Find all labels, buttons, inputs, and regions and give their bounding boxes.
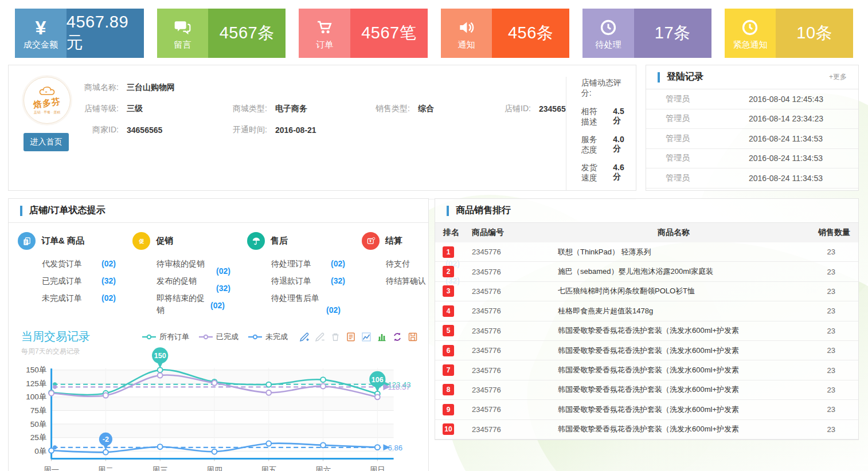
bar-chart-icon[interactable]	[377, 332, 387, 342]
rank-badge: 3	[443, 285, 454, 297]
product-name-link[interactable]: 施巴（sebamed）婴儿泡泡沐浴露200ml家庭装	[558, 266, 789, 277]
line-chart-icon[interactable]	[361, 332, 372, 342]
field-label: 商城类型:	[227, 104, 275, 114]
trash-icon[interactable]	[330, 332, 341, 342]
status-item[interactable]: 待处理售后单(02)	[271, 292, 362, 316]
stat-card-value: 17条	[655, 22, 691, 45]
rank-badge: 9	[443, 404, 454, 415]
svg-text:125单: 125单	[26, 379, 46, 388]
legend-item-all-orders[interactable]: 所有订单	[142, 332, 189, 342]
svg-text:周一: 周一	[44, 466, 59, 471]
svg-text:促: 促	[138, 238, 144, 244]
table-row: 52345776韩国爱敬挚爱香氛花香洗护套装（洗发水600ml+护发素23	[435, 321, 858, 341]
svg-text:周六: 周六	[315, 466, 331, 471]
status-group-promotions: 促 促销 待审核的促销(02) 发布的促销(32) 即将结束的促销(02)	[132, 232, 247, 321]
stat-card-pending[interactable]: 待处理 17条	[582, 9, 711, 58]
login-record-row: 管理员2016-08-24 11:34:53	[646, 149, 858, 169]
stat-card-notices[interactable]: 通知 456条	[441, 9, 570, 58]
field-label: 商城名称:	[79, 83, 127, 93]
settlement-icon: ¥	[362, 232, 380, 250]
svg-text:6.86: 6.86	[388, 443, 402, 452]
title-accent-bar	[658, 72, 660, 83]
rank-badge: 5	[443, 325, 454, 336]
svg-text:¥: ¥	[369, 239, 372, 243]
shop-type-value: 电子商务	[275, 104, 370, 114]
yen-icon: ¥	[35, 17, 46, 38]
edit-add-icon[interactable]	[299, 332, 310, 342]
sale-type-value: 综合	[418, 104, 501, 114]
status-item[interactable]: 待审核的促销(02)	[157, 258, 247, 270]
shop-logo-text: 焙多芬	[33, 96, 61, 111]
rating-title: 店铺动态评分:	[581, 78, 627, 99]
svg-text:-2: -2	[103, 435, 109, 443]
shop-fields: 商城名称: 三台山购物网 店铺等级: 三级 商城类型: 电子商务 销售类型: 综…	[71, 77, 566, 191]
product-name-link[interactable]: 韩国爱敬挚爱香氛花香洗护套装（洗发水600ml+护发素	[558, 325, 789, 336]
rating-label: 服务态度	[581, 135, 604, 155]
status-item[interactable]: 已完成订单(32)	[42, 275, 132, 287]
stat-card-orders[interactable]: 订单 4567笔	[299, 9, 428, 58]
table-row: 72345776韩国爱敬挚爱香氛花香洗护套装（洗发水600ml+护发素23	[435, 360, 858, 380]
enter-homepage-button[interactable]: 进入首页	[24, 133, 69, 151]
refresh-icon[interactable]	[392, 332, 402, 342]
stat-card-label: 留言	[174, 40, 191, 50]
table-row: 22345776施巴（sebamed）婴儿泡泡沐浴露200ml家庭装23	[435, 262, 858, 281]
stat-card-label: 通知	[458, 40, 475, 50]
rank-badge: 4	[443, 305, 454, 317]
stat-card-revenue[interactable]: ¥ 成交金额 4567.89元	[15, 9, 144, 58]
title-accent-bar	[20, 206, 22, 216]
stat-card-label: 成交金额	[24, 40, 58, 50]
field-label: 店铺等级:	[79, 104, 127, 114]
svg-text:150单: 150单	[26, 366, 46, 374]
stat-card-value: 456条	[508, 22, 553, 45]
stat-card-label: 待处理	[595, 40, 621, 50]
svg-text:周四: 周四	[206, 466, 222, 471]
svg-text:75单: 75单	[30, 406, 47, 415]
status-item[interactable]: 待处理订单(02)	[271, 258, 362, 270]
more-link[interactable]: +更多	[829, 72, 847, 82]
shop-level-value: 三级	[127, 104, 227, 114]
legend-item-completed[interactable]: 已完成	[198, 332, 238, 342]
status-item[interactable]: 未完成订单(02)	[42, 292, 132, 304]
alarm-clock-icon	[741, 17, 759, 38]
product-name-link[interactable]: 韩国爱敬挚爱香氛花香洗护套装（洗发水600ml+护发素	[558, 405, 789, 415]
rank-badge: 8	[443, 384, 454, 395]
status-item[interactable]: 发布的促销(32)	[157, 275, 247, 287]
edit-remove-icon[interactable]	[315, 332, 325, 342]
chart-toolbar	[299, 332, 418, 342]
chart-subtitle: 每周7天的交易记录	[21, 347, 142, 356]
product-name-link[interactable]: 桂格即食燕麦片超值装1478g	[558, 306, 789, 316]
status-group-aftersale: 售后 待处理订单(02) 待退款订单(32) 待处理售后单(02)	[247, 232, 362, 321]
rating-value: 4.5分	[613, 107, 627, 127]
product-name-link[interactable]: 韩国爱敬挚爱香氛花香洗护套装（洗发水600ml+护发素	[558, 384, 789, 395]
status-item[interactable]: 代发货订单(02)	[42, 258, 132, 270]
product-name-link[interactable]: 韩国爱敬挚爱香氛花香洗护套装（洗发水600ml+护发素	[558, 346, 789, 356]
product-name-link[interactable]: 韩国爱敬挚爱香氛花香洗护套装（洗发水600ml+护发素	[558, 424, 789, 434]
speaker-icon	[456, 17, 476, 38]
table-header: 排名 商品编号 商品名称 销售数量	[435, 223, 858, 242]
save-icon[interactable]	[408, 332, 418, 342]
product-name-link[interactable]: 联想（ThinkPad） 轻薄系列	[558, 247, 789, 257]
login-record-row: 管理员2016-08-04 12:45:43	[646, 89, 858, 109]
table-row: 82345776韩国爱敬挚爱香氛花香洗护套装（洗发水600ml+护发素23	[435, 380, 858, 400]
stat-card-value: 4567条	[220, 22, 275, 45]
rank-badge: 6	[443, 345, 454, 356]
stat-card-messages[interactable]: 留言 4567条	[157, 9, 286, 58]
status-item[interactable]: 待退款订单(32)	[271, 275, 362, 287]
weekly-trade-chart: 150单125单100单75单50单25单0单周一周二周三周四周五周六周日123…	[12, 358, 423, 471]
field-label: 销售类型:	[370, 104, 418, 114]
report-icon[interactable]	[346, 332, 356, 342]
rank-badge: 10	[443, 423, 454, 435]
status-item[interactable]: 即将结束的促销(02)	[157, 292, 247, 316]
login-record-row: 管理员2016-08-24 11:34:53	[646, 129, 858, 149]
svg-text:周二: 周二	[98, 466, 114, 471]
chef-hat-icon	[38, 85, 56, 98]
stat-card-urgent[interactable]: 紧急通知 10条	[725, 9, 854, 58]
table-row: 12345776联想（ThinkPad） 轻薄系列23	[435, 242, 858, 262]
stat-card-label: 订单	[316, 40, 333, 50]
table-row: 92345776韩国爱敬挚爱香氛花香洗护套装（洗发水600ml+护发素23	[435, 400, 858, 419]
legend-item-incomplete[interactable]: 未完成	[248, 332, 288, 342]
svg-text:100单: 100单	[26, 392, 46, 401]
product-name-link[interactable]: 韩国爱敬挚爱香氛花香洗护套装（洗发水600ml+护发素	[558, 365, 789, 375]
chart-legend: 所有订单 已完成 未完成	[142, 332, 288, 342]
product-name-link[interactable]: 七匹狼纯棉时尚休闲条纹翻领POLO衫T恤	[558, 286, 789, 296]
